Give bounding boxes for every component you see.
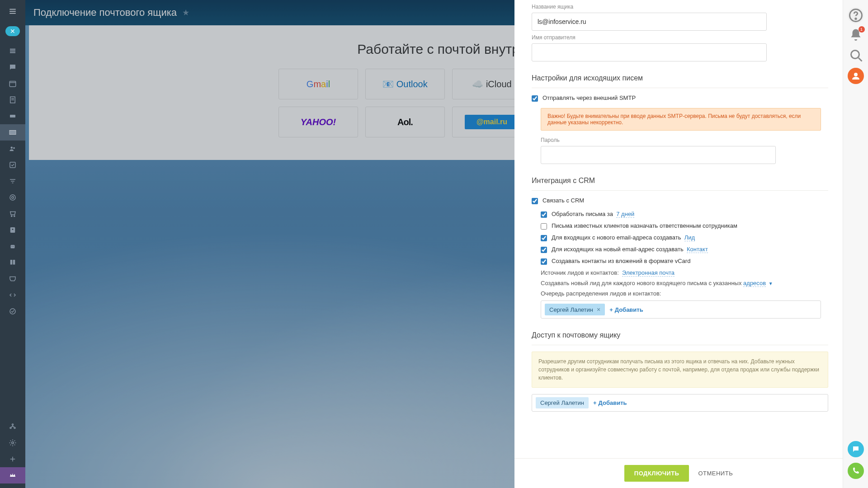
fab-call-icon[interactable]	[848, 463, 864, 479]
sidebar-group-icon[interactable]	[0, 141, 25, 157]
crm-outgoing-value[interactable]: Контакт	[687, 246, 708, 253]
access-section-title: Доступ к почтовому ящику	[532, 331, 828, 345]
smtp-label: Отправлять через внешний SMTP	[542, 94, 636, 101]
password-input[interactable]	[541, 146, 776, 164]
svg-rect-4	[10, 51, 15, 52]
search-icon[interactable]	[848, 47, 864, 63]
sidebar-robot-icon[interactable]	[0, 238, 25, 254]
smtp-checkbox-row[interactable]: Отправлять через внешний SMTP	[532, 94, 828, 102]
sidebar-contact-icon[interactable]	[0, 222, 25, 238]
mailbox-name-input[interactable]	[532, 13, 767, 31]
avatar[interactable]	[848, 68, 864, 84]
crm-process-value[interactable]: 7 дней	[616, 211, 634, 218]
svg-point-13	[11, 147, 13, 149]
sidebar-mail-icon[interactable]	[0, 124, 25, 141]
connect-button[interactable]: ПОДКЛЮЧИТЬ	[624, 465, 689, 482]
svg-point-20	[12, 197, 14, 199]
sidebar-cart-icon[interactable]	[0, 206, 25, 222]
sidebar-check-icon[interactable]	[0, 157, 25, 173]
access-tag-label: Сергей Лалетин	[540, 399, 584, 406]
crm-process-row[interactable]: Обработать письма за 7 дней	[541, 211, 828, 218]
crm-known-label: Письма известных клиентов назначать отве…	[552, 222, 737, 229]
settings-panel: Название ящика Имя отправителя Настройки…	[514, 0, 843, 488]
sidebar-code-icon[interactable]	[0, 287, 25, 303]
svg-point-32	[12, 442, 14, 444]
svg-point-22	[14, 216, 15, 216]
sidebar-target-icon[interactable]	[0, 189, 25, 206]
svg-point-29	[12, 424, 14, 425]
fab-chat-icon[interactable]	[848, 441, 864, 457]
sidebar-tree-icon[interactable]	[0, 418, 25, 435]
crm-source-row: Источник лидов и контактов: Электронная …	[541, 269, 828, 276]
svg-line-38	[859, 58, 862, 61]
crm-link-label: Связать с CRM	[542, 197, 584, 204]
sidebar-book-icon[interactable]	[0, 254, 25, 271]
crm-outgoing-label: Для исходящих на новый email-адрес созда…	[552, 246, 684, 253]
hamburger-icon[interactable]	[9, 3, 17, 26]
cancel-button[interactable]: ОТМЕНИТЬ	[698, 470, 733, 477]
crm-known-row[interactable]: Письма известных клиентов назначать отве…	[541, 222, 828, 230]
svg-point-14	[13, 147, 15, 149]
smtp-checkbox[interactable]	[532, 95, 538, 102]
panel-footer: ПОДКЛЮЧИТЬ ОТМЕНИТЬ	[514, 458, 843, 488]
crm-newlead-link[interactable]: адресов	[743, 280, 766, 287]
sidebar-drive-icon[interactable]	[0, 108, 25, 124]
sidebar-doc-icon[interactable]	[0, 92, 25, 108]
crm-known-checkbox[interactable]	[541, 223, 547, 230]
crm-vcard-row[interactable]: Создавать контакты из вложений в формате…	[541, 258, 828, 265]
crm-link-row[interactable]: Связать с CRM	[532, 197, 828, 204]
sidebar-gear-icon[interactable]	[0, 435, 25, 451]
bell-icon[interactable]: 1	[848, 27, 864, 43]
svg-point-24	[12, 229, 14, 230]
crm-outgoing-checkbox[interactable]	[541, 247, 547, 253]
crm-source-value[interactable]: Электронная почта	[622, 269, 675, 277]
remove-tag-icon[interactable]: ×	[597, 306, 600, 313]
svg-point-36	[855, 18, 856, 19]
crm-link-checkbox[interactable]	[532, 198, 538, 204]
svg-rect-25	[11, 245, 15, 249]
access-info: Разрешите другим сотрудникам получать пи…	[532, 352, 828, 388]
svg-rect-12	[9, 131, 16, 135]
crm-queue-add-button[interactable]: + Добавить	[609, 306, 643, 313]
crm-vcard-checkbox[interactable]	[541, 258, 547, 265]
crm-newlead-label: Создавать новый лид для каждого нового в…	[541, 280, 741, 286]
svg-point-19	[10, 195, 15, 200]
crm-queue-tag: Сергей Лалетин ×	[545, 304, 605, 315]
help-icon[interactable]	[848, 7, 864, 23]
crm-incoming-row[interactable]: Для входящих с нового email-адреса созда…	[541, 234, 828, 241]
svg-point-21	[11, 216, 12, 216]
crm-queue-tag-label: Сергей Лалетин	[549, 306, 593, 313]
access-box: Сергей Лалетин + Добавить	[532, 394, 828, 412]
right-column: 1	[843, 0, 868, 488]
sidebar-dots-icon[interactable]	[0, 303, 25, 319]
sidebar-plus-icon[interactable]	[0, 451, 25, 467]
crm-incoming-value[interactable]: Лид	[684, 234, 695, 241]
crm-vcard-label: Создавать контакты из вложений в формате…	[552, 258, 690, 264]
crm-section-title: Интеграция с CRM	[532, 177, 828, 191]
svg-rect-6	[9, 81, 16, 87]
crm-process-label: Обработать письма за	[552, 211, 613, 217]
sender-name-input[interactable]	[532, 43, 767, 61]
crm-incoming-label: Для входящих с нового email-адреса созда…	[552, 234, 681, 241]
sidebar-stream-icon[interactable]	[0, 43, 25, 59]
chevron-down-icon[interactable]: ▼	[769, 281, 773, 286]
crm-process-checkbox[interactable]	[541, 211, 547, 218]
sidebar-calendar-icon[interactable]	[0, 75, 25, 92]
crm-queue-box: Сергей Лалетин × + Добавить	[541, 300, 821, 319]
crm-outgoing-row[interactable]: Для исходящих на новый email-адрес созда…	[541, 246, 828, 253]
outgoing-section-title: Настройки для исходящих писем	[532, 74, 828, 88]
sidebar-inbox-icon[interactable]	[0, 271, 25, 287]
sidebar-filter-icon[interactable]	[0, 173, 25, 189]
access-add-button[interactable]: + Добавить	[593, 399, 627, 406]
svg-rect-5	[10, 52, 15, 53]
svg-point-39	[854, 73, 858, 76]
access-tag: Сергей Лалетин	[536, 397, 589, 408]
left-sidebar: ✕	[0, 0, 25, 488]
svg-rect-3	[10, 49, 15, 50]
sidebar-crown-icon[interactable]	[0, 467, 25, 483]
sidebar-chat-icon[interactable]	[0, 59, 25, 75]
crm-source-label: Источник лидов и контактов:	[541, 269, 619, 276]
close-pill[interactable]: ✕	[5, 26, 20, 36]
crm-incoming-checkbox[interactable]	[541, 235, 547, 241]
smtp-warning: Важно! Будьте внимательны при вводе данн…	[541, 108, 821, 131]
